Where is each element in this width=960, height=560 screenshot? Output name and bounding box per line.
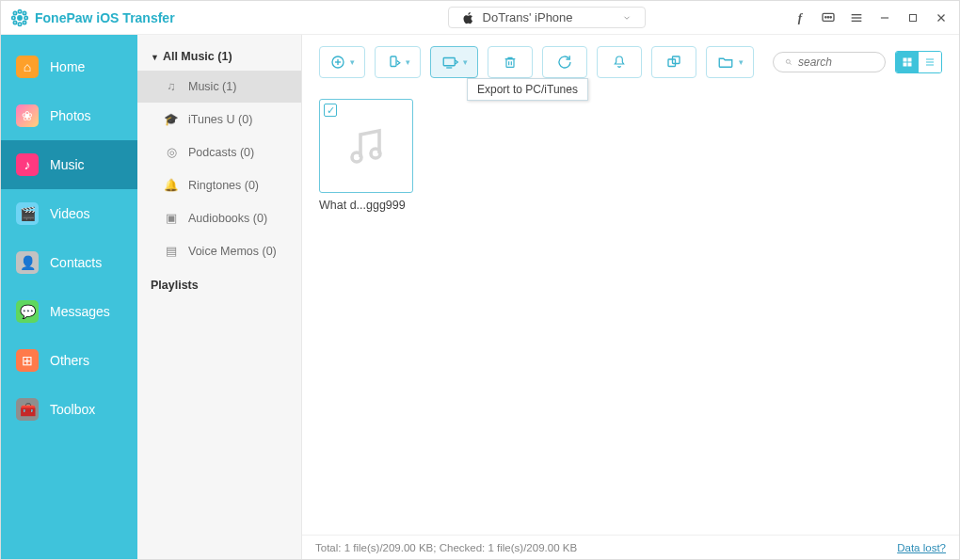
svg-rect-35 — [904, 63, 907, 67]
photos-icon: ❀ — [16, 104, 39, 127]
view-toggle — [895, 51, 942, 73]
sidebar-item-others[interactable]: ⊞Others — [1, 336, 137, 385]
sidebar-item-label: Toolbox — [50, 402, 95, 417]
svg-rect-24 — [443, 58, 455, 66]
search-input[interactable] — [798, 56, 873, 69]
sidebar-item-toolbox[interactable]: 🧰Toolbox — [1, 385, 137, 434]
data-lost-link[interactable]: Data lost? — [897, 542, 946, 553]
music-icon: ♪ — [16, 153, 39, 176]
maximize-button[interactable] — [904, 9, 921, 26]
sidebar-item-music[interactable]: ♪Music — [1, 140, 137, 189]
toolbar: ▾ ▾ ▾ ▾ Export to PC/iTunes — [302, 35, 959, 89]
category-ringtones[interactable]: 🔔Ringtones (0) — [137, 168, 301, 201]
svg-point-1 — [18, 9, 21, 12]
bell-icon: 🔔 — [164, 178, 179, 192]
minimize-button[interactable] — [876, 9, 893, 26]
svg-rect-34 — [908, 58, 912, 62]
category-podcasts[interactable]: ◎Podcasts (0) — [137, 136, 301, 168]
sidebar-item-label: Home — [50, 59, 85, 74]
category-itunesu[interactable]: 🎓iTunes U (0) — [137, 103, 301, 136]
svg-rect-29 — [668, 59, 676, 67]
category-music[interactable]: ♫Music (1) — [137, 71, 301, 103]
feedback-icon[interactable] — [820, 9, 837, 26]
search-box[interactable] — [773, 52, 886, 72]
music-thumbnail[interactable]: ✓ — [319, 99, 413, 193]
home-icon: ⌂ — [16, 56, 39, 78]
sidebar-item-contacts[interactable]: 👤Contacts — [1, 238, 137, 287]
device-name: DoTrans' iPhone — [483, 10, 573, 24]
main-area: ▾ ▾ ▾ ▾ Export to PC/iTunes — [302, 35, 959, 559]
sidebar-item-label: Music — [50, 157, 85, 172]
chevron-down-icon: ▾ — [463, 57, 468, 67]
sidebar-item-label: Videos — [50, 206, 90, 221]
music-item[interactable]: ✓ What d...ggg999 — [319, 99, 413, 212]
svg-point-11 — [827, 16, 828, 17]
folder-button[interactable]: ▾ — [706, 46, 754, 78]
sidebar: ⌂Home ❀Photos ♪Music 🎬Videos 👤Contacts 💬… — [1, 35, 137, 559]
svg-point-8 — [23, 21, 25, 24]
titlebar: FonePaw iOS Transfer DoTrans' iPhone f — [1, 1, 959, 35]
svg-rect-17 — [910, 14, 917, 21]
device-picker[interactable]: DoTrans' iPhone — [448, 7, 646, 28]
chevron-down-icon: ▾ — [350, 57, 355, 67]
contacts-icon: 👤 — [16, 251, 39, 274]
search-icon — [785, 56, 792, 68]
chevron-down-icon: ▾ — [406, 57, 410, 67]
add-button[interactable]: ▾ — [319, 46, 365, 78]
svg-rect-23 — [391, 56, 396, 67]
sidebar-item-label: Messages — [50, 304, 110, 319]
others-icon: ⊞ — [16, 349, 39, 372]
menu-icon[interactable] — [848, 9, 865, 26]
voice-memo-icon: ▤ — [164, 244, 179, 258]
item-checkbox[interactable]: ✓ — [324, 104, 337, 117]
messages-icon: 💬 — [16, 300, 39, 323]
app-logo: FonePaw iOS Transfer — [10, 8, 175, 27]
svg-point-10 — [825, 16, 826, 17]
category-audiobooks[interactable]: ▣Audiobooks (0) — [137, 201, 301, 234]
svg-rect-33 — [904, 58, 907, 62]
graduation-cap-icon: 🎓 — [164, 112, 179, 126]
svg-rect-26 — [506, 59, 514, 68]
sidebar-item-videos[interactable]: 🎬Videos — [1, 189, 137, 238]
refresh-button[interactable] — [542, 46, 587, 78]
delete-button[interactable] — [488, 46, 533, 78]
toolbox-icon: 🧰 — [16, 398, 39, 421]
svg-point-2 — [18, 23, 21, 25]
svg-point-3 — [12, 16, 15, 19]
sidebar-item-messages[interactable]: 💬Messages — [1, 287, 137, 336]
svg-point-7 — [13, 21, 16, 24]
sidebar-item-photos[interactable]: ❀Photos — [1, 91, 137, 140]
grid-view-button[interactable] — [896, 52, 919, 72]
svg-point-40 — [352, 152, 361, 162]
svg-point-6 — [23, 11, 25, 14]
content-grid: ✓ What d...ggg999 — [302, 89, 959, 535]
svg-rect-30 — [673, 56, 680, 64]
audiobook-icon: ▣ — [164, 211, 179, 225]
all-music-header[interactable]: ▼All Music (1) — [137, 42, 301, 71]
export-button[interactable]: ▾ — [430, 46, 478, 78]
status-text: Total: 1 file(s)/209.00 KB; Checked: 1 f… — [315, 542, 577, 553]
music-item-label: What d...ggg999 — [319, 199, 413, 212]
logo-icon — [10, 8, 29, 27]
playlists-section[interactable]: Playlists — [137, 267, 301, 303]
to-device-button[interactable]: ▾ — [375, 46, 421, 78]
status-bar: Total: 1 file(s)/209.00 KB; Checked: 1 f… — [302, 535, 959, 559]
dedupe-button[interactable] — [651, 46, 696, 78]
list-view-button[interactable] — [919, 52, 941, 72]
facebook-icon[interactable]: f — [792, 9, 808, 26]
music-note-icon: ♫ — [164, 80, 179, 93]
videos-icon: 🎬 — [16, 202, 39, 225]
triangle-down-icon: ▼ — [151, 53, 159, 62]
svg-point-41 — [371, 149, 380, 158]
ringtone-maker-button[interactable] — [597, 46, 642, 78]
svg-point-31 — [786, 59, 790, 63]
sidebar-item-label: Photos — [50, 108, 91, 123]
sidebar-item-home[interactable]: ⌂Home — [1, 42, 137, 91]
category-voicememos[interactable]: ▤Voice Memos (0) — [137, 234, 301, 267]
svg-rect-36 — [908, 63, 912, 67]
export-tooltip: Export to PC/iTunes — [467, 78, 588, 101]
close-button[interactable] — [933, 9, 950, 26]
svg-line-32 — [790, 63, 792, 65]
apple-icon — [462, 11, 475, 24]
chevron-down-icon: ▾ — [739, 57, 744, 67]
